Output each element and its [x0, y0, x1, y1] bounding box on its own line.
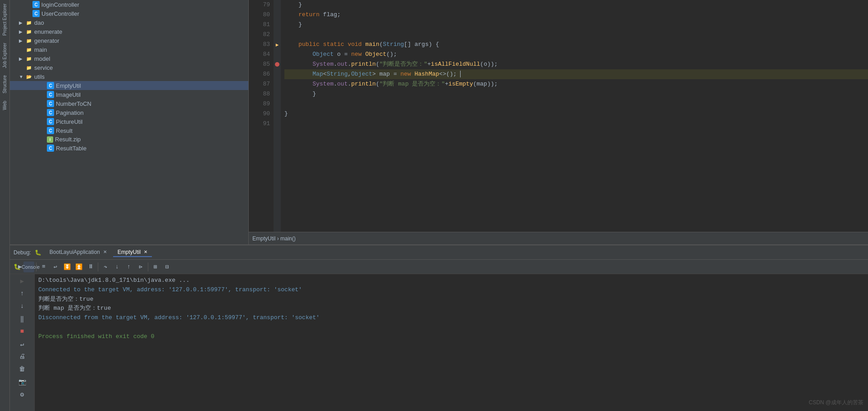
tree-item-utils[interactable]: ▼ 📂 utils — [10, 72, 248, 81]
sidebar-tab-structure[interactable]: Structure — [1, 72, 8, 97]
tree-label-utils: utils — [34, 73, 45, 80]
gutter: ▶ — [274, 0, 281, 232]
tree-item-loginController[interactable]: C loginController — [10, 0, 248, 9]
tree-item-PictureUtil[interactable]: C PictureUtil — [10, 117, 248, 126]
code-line-81: } — [284, 20, 868, 30]
sidebar-tab-web[interactable]: Web — [1, 97, 8, 113]
debug-tab-bar: Debug: 🐛 BootLayuiApplication ✕ EmptyUti… — [10, 245, 868, 260]
arrow-model: ▶ — [19, 56, 25, 61]
play-btn[interactable]: ▶ — [17, 276, 27, 286]
tree-item-Resultzip[interactable]: I Result.zip — [10, 135, 248, 144]
breadcrumb-filename: EmptyUtil › main() — [252, 235, 296, 242]
gutter-90 — [274, 109, 281, 119]
breakpoint-dot-85 — [275, 62, 279, 67]
code-line-87: System.out.println("判断 map 是否为空："+isEmpt… — [284, 79, 868, 89]
code-line-85: System.out.println("判断是否为空："+isAllFieldN… — [284, 59, 868, 69]
scroll-down-btn[interactable]: ↓ — [17, 301, 27, 311]
gutter-87 — [274, 79, 281, 89]
arrow-dao: ▶ — [19, 20, 25, 25]
tree-item-main[interactable]: 📁 main — [10, 45, 248, 54]
tree-item-generator[interactable]: ▶ 📁 generator — [10, 36, 248, 45]
delete-btn[interactable]: 🗑 — [17, 364, 27, 374]
line-num-91: 91 — [252, 119, 270, 129]
emptyutil-tab-label: EmptyUtil — [118, 249, 141, 255]
console-line-1: D:\tools\Java\jdk1.8.0_171\bin\java.exe … — [38, 276, 864, 285]
arrow-result — [41, 128, 47, 133]
console-icon: ▶ — [18, 264, 22, 270]
console-btn[interactable]: ▶ Console — [23, 262, 34, 272]
stop-red-btn[interactable]: ■ — [17, 326, 27, 336]
unknown-btn1[interactable]: ‖ — [17, 314, 27, 324]
console-line-3: 判断是否为空：true — [38, 295, 864, 304]
tree-item-model[interactable]: ▶ 📁 model — [10, 54, 248, 63]
tree-label-model: model — [34, 55, 50, 62]
layout-btn1[interactable]: ≡ — [38, 262, 49, 272]
gutter-81 — [274, 20, 281, 30]
folder-icon-generator: 📁 — [25, 37, 32, 44]
scroll-up-btn[interactable]: ↑ — [17, 289, 27, 298]
stepover-btn[interactable]: ↷ — [100, 262, 111, 272]
wrap-btn[interactable]: ↵ — [17, 339, 27, 349]
code-line-84: Object o = new Object(); — [284, 50, 868, 59]
folder-icon-service: 📁 — [25, 64, 32, 71]
class-icon-emptyutil: C — [47, 82, 54, 89]
code-line-86: Map<String,Object> map = new HashMap<>()… — [284, 69, 868, 79]
debug-tab-bootlayui[interactable]: BootLayuiApplication ✕ — [45, 248, 111, 257]
tree-item-enumerate[interactable]: ▶ 📁 enumerate — [10, 27, 248, 36]
tree-item-service[interactable]: 📁 service — [10, 63, 248, 72]
tree-label-service: service — [34, 64, 53, 71]
tree-item-ResultTable[interactable]: C ResultTable — [10, 144, 248, 153]
camera-btn[interactable]: 📷 — [17, 377, 27, 387]
console-output[interactable]: D:\tools\Java\jdk1.8.0_171\bin\java.exe … — [35, 274, 868, 411]
gutter-86 — [274, 69, 281, 79]
folder-icon-dao: 📁 — [25, 19, 32, 26]
code-line-83: public static void main(String[] args) { — [284, 40, 868, 50]
code-line-88: } — [284, 89, 868, 99]
line-num-90: 90 — [252, 109, 270, 119]
bootlayui-close-icon[interactable]: ✕ — [103, 249, 107, 254]
line-num-84: 84 — [252, 50, 270, 59]
arrow-imageutil — [41, 92, 47, 97]
tree-item-EmptyUtil[interactable]: C EmptyUtil — [10, 81, 248, 90]
table-btn1[interactable]: ⊞ — [150, 262, 161, 272]
arrow-utils: ▼ — [19, 74, 25, 79]
tree-item-UserController[interactable]: C UserController — [10, 9, 248, 18]
settings-btn[interactable]: ⚙ — [17, 389, 27, 399]
tree-item-NumberToCN[interactable]: C NumberToCN — [10, 99, 248, 108]
class-icon-resulttable: C — [47, 145, 54, 152]
emptyutil-close-icon[interactable]: ✕ — [144, 249, 147, 254]
gutter-85 — [274, 59, 281, 69]
sidebar-tab-project[interactable]: Project Explorer — [1, 0, 8, 39]
table-btn2[interactable]: ⊟ — [162, 262, 173, 272]
arrow-numbertocn — [41, 101, 47, 106]
stepinto-btn[interactable]: ↓ — [112, 262, 123, 272]
tree-label-dao: dao — [34, 19, 44, 26]
console-line-2: Connected to the target VM, address: '12… — [38, 285, 864, 295]
pause-btn[interactable]: ⏸ — [85, 262, 96, 272]
debug-bug-icon: 🐛 — [35, 249, 41, 256]
breadcrumb-bar: EmptyUtil › main() — [249, 232, 868, 244]
sidebar-tab-job[interactable]: Job Explorer — [1, 39, 8, 72]
watermark: CSDN @成年人的苦茶 — [809, 399, 863, 406]
tree-item-Pagination[interactable]: C Pagination — [10, 108, 248, 117]
tree-label-main: main — [34, 46, 47, 53]
code-editor: 79 80 81 82 83 84 85 86 87 88 89 90 91 — [249, 0, 868, 244]
tree-item-Result[interactable]: C Result — [10, 126, 248, 135]
stop-btn[interactable]: ⏬ — [62, 262, 73, 272]
debug-tab-emptyutil[interactable]: EmptyUtil ✕ — [113, 248, 152, 257]
print-btn[interactable]: 🖨 — [17, 352, 27, 361]
stepout-btn[interactable]: ↑ — [123, 262, 134, 272]
code-line-82 — [284, 30, 868, 40]
arrow-emptyutil — [41, 83, 47, 88]
tree-label-PictureUtil: PictureUtil — [56, 118, 82, 125]
folder-icon-model: 📁 — [25, 55, 32, 62]
code-content[interactable]: } return flag; } — [281, 0, 868, 232]
rerun-btn[interactable]: ↩ — [50, 262, 61, 272]
resume-btn[interactable]: ⏫ — [73, 262, 84, 272]
arrow-resulttable — [41, 146, 47, 151]
bootlayui-tab-label: BootLayuiApplication — [50, 249, 100, 255]
tree-item-dao[interactable]: ▶ 📁 dao — [10, 18, 248, 27]
tree-item-ImageUtil[interactable]: C ImageUtil — [10, 90, 248, 99]
tree-label-generator: generator — [34, 37, 59, 44]
runtocursor-btn[interactable]: ⊳ — [135, 262, 146, 272]
